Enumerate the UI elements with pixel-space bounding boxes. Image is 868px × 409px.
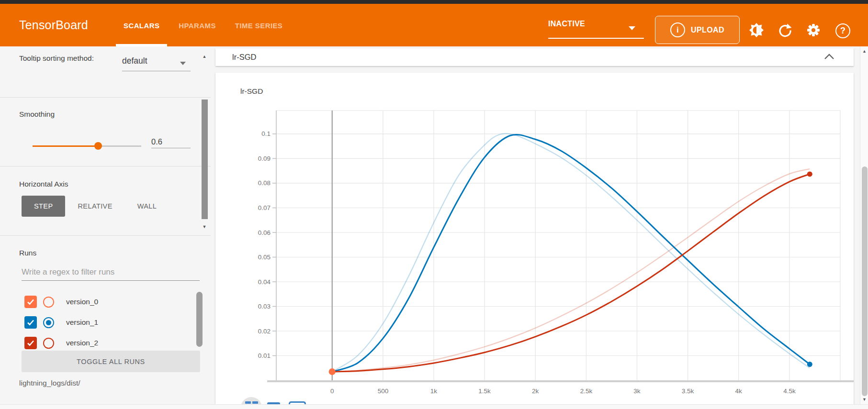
chevron-down-icon [180, 62, 186, 65]
scrollbar-down-arrow[interactable]: ▼ [201, 224, 208, 229]
run-label: version_1 [66, 318, 98, 327]
divider [0, 166, 211, 166]
svg-text:3.5k: 3.5k [682, 387, 694, 395]
runs-scrollbar-thumb[interactable] [196, 292, 203, 347]
svg-text:4k: 4k [735, 387, 743, 395]
check-icon [27, 298, 34, 305]
window-edge [0, 0, 868, 4]
tab-time-series[interactable]: TIME SERIES [225, 4, 292, 46]
svg-text:0: 0 [330, 387, 334, 395]
svg-text:1k: 1k [430, 387, 438, 395]
svg-text:0.02: 0.02 [258, 328, 271, 335]
smoothing-value-input[interactable] [151, 135, 191, 148]
tooltip-sorting-value: default [122, 56, 147, 66]
slider-fill [33, 145, 98, 147]
scrollbar-thumb[interactable] [862, 166, 868, 396]
svg-text:3k: 3k [633, 387, 641, 395]
chevron-down-icon [629, 26, 635, 30]
run-radio[interactable] [43, 338, 54, 349]
tooltip-sorting-select[interactable]: default [122, 56, 191, 71]
runs-filter-input[interactable] [22, 264, 200, 281]
slider-thumb[interactable] [94, 142, 102, 150]
scrollbar-down-arrow[interactable]: ▼ [860, 397, 868, 402]
svg-text:1.5k: 1.5k [478, 387, 491, 395]
run-radio[interactable] [43, 317, 54, 328]
svg-text:2k: 2k [532, 387, 539, 395]
run-row-version-0[interactable]: version_0 [24, 295, 182, 309]
check-icon [27, 319, 34, 326]
horizontal-axis-label: Horizontal Axis [19, 178, 68, 189]
svg-text:0.01: 0.01 [258, 352, 271, 359]
run-checkbox[interactable] [24, 337, 37, 349]
runs-label: Runs [19, 247, 36, 258]
status-value: INACTIVE [548, 20, 585, 28]
tooltip-sorting-label: Tooltip sorting method: [19, 53, 101, 64]
smoothing-label: Smoothing [19, 109, 55, 120]
scalar-line-chart[interactable]: 0.010.020.030.040.050.060.070.080.090.10… [215, 73, 854, 409]
svg-text:0.08: 0.08 [258, 179, 271, 187]
run-label: version_2 [66, 339, 98, 347]
run-row-version-2[interactable]: version_2 [24, 336, 182, 350]
app-title: TensorBoard [19, 4, 88, 46]
run-checkbox[interactable] [24, 296, 37, 308]
status-underline [548, 38, 644, 39]
tag-group-header[interactable]: lr-SGD [215, 48, 854, 66]
run-radio[interactable] [43, 297, 54, 308]
run-checkbox[interactable] [24, 316, 37, 329]
help-icon[interactable]: ? [835, 23, 850, 38]
toggle-all-runs-button[interactable]: TOGGLE ALL RUNS [22, 351, 200, 372]
tag-group-title: lr-SGD [232, 53, 256, 62]
log-directory-path: lightning_logs/dist/ [19, 379, 80, 387]
svg-text:0.05: 0.05 [258, 254, 271, 261]
axis-button-wall[interactable]: WALL [125, 196, 169, 217]
dark-mode-toggle-icon[interactable] [749, 22, 764, 38]
svg-text:4.5k: 4.5k [783, 387, 796, 395]
svg-text:0.09: 0.09 [258, 155, 271, 162]
svg-text:0.07: 0.07 [258, 204, 271, 211]
svg-text:0.03: 0.03 [258, 303, 271, 310]
vertical-scrollbar-track[interactable]: ▲ ▼ [860, 46, 868, 409]
svg-text:0.06: 0.06 [258, 229, 271, 236]
divider [0, 97, 211, 98]
scrollbar-up-arrow[interactable]: ▲ [201, 54, 208, 59]
upload-button[interactable]: i UPLOAD [655, 16, 740, 44]
status-dropdown[interactable]: INACTIVE [548, 4, 644, 46]
run-row-version-1[interactable]: version_1 [24, 316, 182, 329]
dashboard-content: lr-SGD 0.010.020.030.040.050.060.070.080… [211, 46, 860, 409]
divider [0, 235, 211, 236]
check-icon [27, 340, 34, 346]
axis-button-relative[interactable]: RELATIVE [65, 196, 124, 217]
refresh-icon[interactable] [778, 22, 793, 38]
svg-text:0.04: 0.04 [258, 278, 271, 286]
run-label: version_0 [66, 298, 98, 306]
svg-text:2.5k: 2.5k [580, 387, 593, 395]
info-icon: i [670, 22, 685, 37]
collapse-chevron-icon[interactable] [824, 53, 834, 62]
tab-scalars[interactable]: SCALARS [114, 4, 169, 46]
settings-sidebar: Tooltip sorting method: default Smoothin… [0, 46, 211, 409]
tab-hparams[interactable]: HPARAMS [169, 4, 225, 46]
horizontal-scrollbar-track[interactable] [0, 404, 868, 409]
tab-bar: SCALARS HPARAMS TIME SERIES [114, 4, 292, 46]
scalar-chart-card: 0.010.020.030.040.050.060.070.080.090.10… [215, 73, 854, 409]
chart-title: lr-SGD [240, 87, 263, 96]
app-header: TensorBoard SCALARS HPARAMS TIME SERIES … [0, 4, 868, 46]
horizontal-axis-button-group: STEP RELATIVE WALL [22, 196, 169, 217]
svg-text:0.1: 0.1 [261, 130, 271, 137]
upload-button-label: UPLOAD [691, 26, 724, 34]
settings-gear-icon[interactable] [806, 22, 821, 38]
smoothing-slider[interactable] [33, 142, 141, 150]
axis-button-step[interactable]: STEP [22, 196, 65, 217]
scrollbar-up-arrow[interactable]: ▲ [860, 49, 868, 54]
svg-text:500: 500 [378, 387, 389, 395]
select-underline [122, 71, 191, 71]
scrollbar-thumb[interactable] [202, 99, 208, 219]
